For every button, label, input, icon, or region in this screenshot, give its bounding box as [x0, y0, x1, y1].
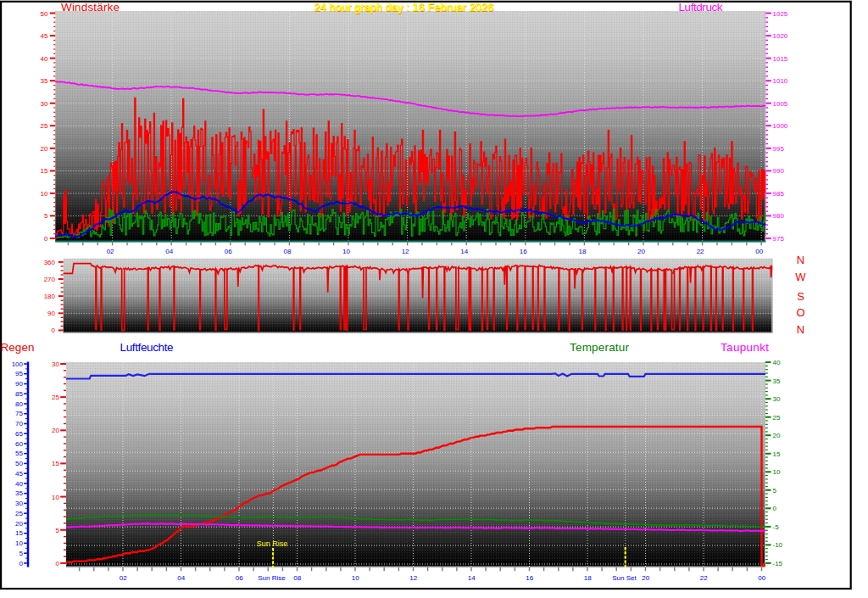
svg-text:N: N: [797, 323, 804, 336]
svg-text:65: 65: [15, 430, 23, 438]
svg-text:30: 30: [773, 395, 781, 403]
svg-text:Sun Set: Sun Set: [612, 574, 637, 582]
svg-text:10: 10: [352, 574, 359, 582]
svg-text:20: 20: [773, 432, 781, 439]
svg-text:5: 5: [56, 527, 60, 534]
svg-text:-5: -5: [773, 523, 780, 531]
svg-text:75: 75: [15, 410, 23, 417]
svg-text:990: 990: [773, 167, 785, 175]
svg-text:45: 45: [15, 470, 23, 478]
svg-text:-15: -15: [773, 560, 783, 567]
svg-text:10: 10: [41, 190, 48, 198]
svg-text:Luftfeuchte: Luftfeuchte: [120, 341, 174, 354]
svg-text:16: 16: [520, 248, 527, 255]
svg-text:5: 5: [773, 487, 777, 495]
svg-text:00: 00: [758, 574, 765, 582]
svg-text:02: 02: [107, 248, 114, 255]
svg-text:Taupunkt: Taupunkt: [721, 341, 769, 354]
svg-text:15: 15: [15, 529, 23, 537]
svg-text:1010: 1010: [773, 77, 788, 85]
svg-text:Sun Rise: Sun Rise: [258, 574, 286, 582]
svg-text:0: 0: [44, 235, 48, 243]
svg-text:45: 45: [41, 32, 48, 40]
svg-text:20: 20: [642, 574, 649, 582]
svg-text:15: 15: [773, 450, 781, 458]
svg-text:5: 5: [44, 212, 48, 220]
svg-text:22: 22: [697, 248, 704, 255]
svg-text:0: 0: [19, 560, 24, 567]
svg-text:995: 995: [773, 145, 785, 153]
svg-text:15: 15: [52, 460, 59, 467]
svg-text:100: 100: [12, 360, 24, 368]
svg-text:40: 40: [41, 55, 48, 63]
svg-text:O: O: [796, 306, 804, 319]
svg-text:Regen: Regen: [1, 341, 35, 354]
svg-text:W: W: [795, 271, 806, 283]
svg-text:20: 20: [52, 427, 59, 434]
svg-text:25: 25: [15, 510, 23, 517]
svg-text:55: 55: [15, 450, 23, 457]
svg-text:35: 35: [41, 77, 48, 85]
svg-text:10: 10: [15, 539, 23, 547]
svg-text:Luftdruck: Luftdruck: [679, 1, 723, 14]
svg-text:35: 35: [15, 489, 23, 497]
svg-text:30: 30: [52, 360, 59, 368]
svg-text:08: 08: [293, 574, 301, 582]
svg-text:10: 10: [52, 494, 59, 501]
svg-text:40: 40: [773, 359, 781, 366]
svg-text:85: 85: [15, 390, 23, 398]
svg-text:0: 0: [52, 327, 56, 334]
svg-text:25: 25: [773, 414, 781, 422]
svg-text:975: 975: [773, 235, 785, 243]
svg-text:1000: 1000: [773, 122, 788, 130]
svg-text:60: 60: [15, 440, 23, 448]
svg-text:1025: 1025: [773, 10, 788, 18]
svg-text:14: 14: [468, 574, 476, 582]
svg-text:5: 5: [19, 550, 24, 557]
svg-text:30: 30: [15, 500, 23, 507]
svg-text:00: 00: [755, 248, 763, 255]
svg-text:12: 12: [409, 574, 417, 582]
svg-text:N: N: [797, 254, 804, 266]
svg-text:95: 95: [15, 370, 23, 377]
svg-text:270: 270: [44, 276, 56, 283]
svg-text:50: 50: [41, 10, 48, 18]
svg-text:-10: -10: [773, 541, 783, 549]
svg-text:0: 0: [56, 560, 60, 567]
svg-text:16: 16: [526, 574, 533, 582]
svg-text:04: 04: [177, 574, 185, 582]
svg-text:10: 10: [342, 248, 350, 255]
svg-text:04: 04: [165, 248, 173, 255]
svg-text:1005: 1005: [773, 100, 788, 108]
svg-text:06: 06: [225, 248, 232, 255]
svg-text:20: 20: [637, 248, 645, 255]
svg-text:20: 20: [41, 145, 48, 153]
svg-text:Temperatur: Temperatur: [570, 341, 630, 354]
svg-text:35: 35: [773, 377, 781, 385]
svg-text:1015: 1015: [773, 55, 788, 63]
svg-text:Windstärke: Windstärke: [61, 1, 120, 14]
svg-text:10: 10: [773, 468, 781, 476]
svg-text:40: 40: [15, 480, 23, 488]
svg-text:0: 0: [773, 505, 777, 512]
svg-text:08: 08: [283, 248, 291, 255]
svg-text:14: 14: [460, 248, 468, 255]
svg-text:20: 20: [15, 520, 23, 528]
svg-text:30: 30: [41, 100, 48, 108]
svg-text:22: 22: [700, 574, 708, 582]
svg-text:90: 90: [15, 380, 23, 388]
svg-text:15: 15: [41, 167, 48, 175]
svg-text:Sun Rise: Sun Rise: [257, 539, 288, 548]
svg-text:50: 50: [15, 460, 23, 467]
svg-text:70: 70: [15, 420, 23, 428]
svg-text:980: 980: [773, 212, 785, 220]
svg-text:18: 18: [578, 248, 586, 255]
svg-text:02: 02: [120, 574, 127, 582]
svg-text:80: 80: [15, 400, 23, 408]
svg-text:12: 12: [402, 248, 409, 255]
svg-text:24 hour graph day : 16 Februar: 24 hour graph day : 16 Februar 2026: [314, 1, 494, 14]
svg-text:1020: 1020: [773, 32, 788, 40]
svg-text:985: 985: [773, 190, 785, 198]
svg-text:06: 06: [236, 574, 243, 582]
svg-text:18: 18: [584, 574, 592, 582]
